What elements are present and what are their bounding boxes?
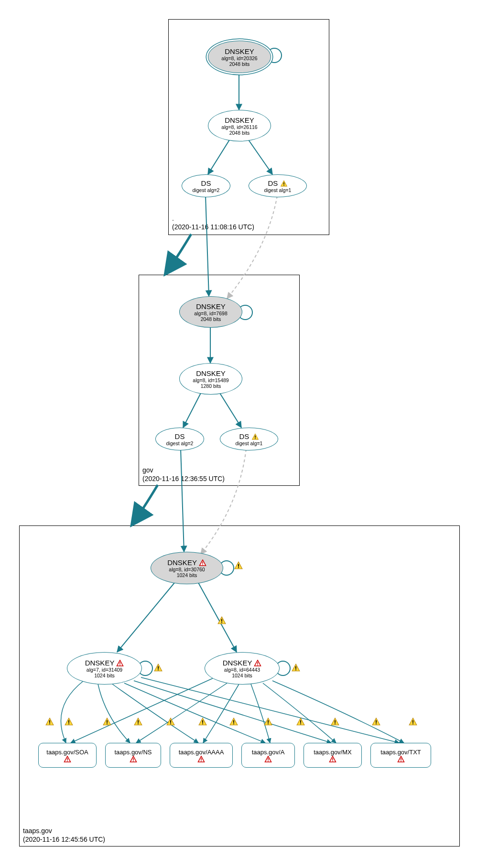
warning-icon — [65, 718, 73, 725]
node-sub2: 1280 bits — [201, 383, 221, 389]
node-gov-zsk: DNSKEY alg=8, id=15489 1280 bits — [179, 363, 242, 395]
error-icon — [197, 756, 205, 762]
warning-icon — [409, 718, 417, 725]
node-taaps-ksk: DNSKEY alg=8, id=30760 1024 bits — [151, 552, 223, 584]
error-icon — [130, 756, 137, 762]
node-root-ds2: DS digest alg=2 — [182, 174, 230, 197]
zone-taaps-name: taaps.gov — [23, 827, 52, 835]
error-icon — [64, 756, 71, 762]
node-sub2: 2048 bits — [201, 316, 221, 322]
rr-label: taaps.gov/NS — [114, 749, 152, 756]
rr-txt: taaps.gov/TXT — [370, 743, 431, 768]
node-gov-ksk: DNSKEY alg=8, id=7698 2048 bits — [179, 296, 242, 328]
node-title: DS — [201, 179, 211, 187]
rr-soa: taaps.gov/SOA — [38, 743, 97, 768]
warning-icon — [217, 616, 226, 624]
node-root-ksk: DNSKEY alg=8, id=20326 2048 bits — [208, 41, 271, 73]
error-icon — [329, 756, 336, 762]
node-sub: alg=8, id=26116 — [221, 124, 257, 130]
warning-icon — [229, 718, 238, 725]
node-sub: alg=8, id=7698 — [194, 311, 227, 316]
node-title: DNSKEY — [225, 116, 254, 124]
node-title: DS — [268, 179, 287, 187]
warning-icon — [292, 664, 300, 671]
rr-label: taaps.gov/SOA — [46, 749, 88, 756]
rr-aaaa: taaps.gov/AAAA — [170, 743, 233, 768]
node-taaps-zsk2: DNSKEY alg=8, id=64443 1024 bits — [205, 652, 280, 685]
node-sub: digest alg=2 — [166, 440, 194, 446]
node-sub2: 2048 bits — [229, 130, 250, 136]
node-title: DS — [175, 432, 185, 440]
zone-root-label: . (2020-11-16 11:08:16 UTC) — [172, 214, 254, 231]
node-sub2: 1024 bits — [94, 673, 115, 678]
node-gov-ds2: DS digest alg=2 — [155, 428, 204, 450]
zone-taaps-ts: (2020-11-16 12:45:56 UTC) — [23, 836, 105, 843]
node-sub2: 2048 bits — [229, 61, 250, 67]
warning-icon — [234, 561, 243, 569]
node-sub: alg=7, id=31409 — [87, 667, 122, 673]
warning-icon — [296, 718, 305, 725]
warning-icon — [134, 718, 142, 725]
node-sub: alg=8, id=30760 — [169, 567, 205, 572]
node-sub: digest alg=1 — [264, 187, 292, 193]
zone-gov-ts: (2020-11-16 12:36:55 UTC) — [142, 475, 225, 482]
node-sub: alg=8, id=15489 — [193, 377, 228, 383]
warning-icon — [154, 664, 163, 671]
rr-label: taaps.gov/TXT — [380, 749, 421, 756]
zone-taaps — [19, 525, 460, 847]
warning-icon — [45, 718, 54, 725]
warning-icon — [166, 718, 175, 725]
node-sub2: 1024 bits — [232, 673, 252, 678]
zone-root-name: . — [172, 214, 174, 222]
node-root-zsk: DNSKEY alg=8, id=26116 2048 bits — [208, 110, 271, 141]
error-icon — [397, 756, 405, 762]
zone-root-ts: (2020-11-16 11:08:16 UTC) — [172, 223, 254, 231]
rr-mx: taaps.gov/MX — [304, 743, 362, 768]
warning-icon — [103, 718, 111, 725]
zone-gov-name: gov — [142, 466, 153, 474]
warning-icon — [198, 718, 207, 725]
warning-icon — [264, 718, 272, 725]
warning-icon — [372, 718, 380, 725]
error-icon — [116, 660, 124, 666]
rr-a: taaps.gov/A — [241, 743, 295, 768]
rr-label: taaps.gov/AAAA — [179, 749, 224, 756]
node-title: DNSKEY — [196, 302, 226, 311]
error-icon — [254, 660, 261, 666]
node-title: DNSKEY — [225, 47, 254, 55]
node-sub2: 1024 bits — [177, 572, 197, 578]
warning-icon — [251, 433, 259, 440]
rr-ns: taaps.gov/NS — [105, 743, 161, 768]
node-title: DNSKEY — [85, 659, 124, 667]
zone-taaps-label: taaps.gov (2020-11-16 12:45:56 UTC) — [23, 826, 105, 844]
node-root-ds1: DS digest alg=1 — [249, 174, 307, 197]
error-icon — [199, 559, 206, 566]
node-title: DNSKEY — [196, 369, 226, 377]
node-sub: digest alg=2 — [193, 187, 220, 193]
node-sub: digest alg=1 — [236, 440, 263, 446]
warning-icon — [331, 718, 339, 725]
error-icon — [264, 756, 272, 762]
rr-label: taaps.gov/A — [252, 749, 285, 756]
rr-label: taaps.gov/MX — [314, 749, 352, 756]
node-gov-ds1: DS digest alg=1 — [220, 428, 278, 450]
warning-icon — [280, 180, 288, 187]
node-sub: alg=8, id=20326 — [221, 55, 257, 61]
zone-gov-label: gov (2020-11-16 12:36:55 UTC) — [142, 466, 225, 483]
node-title: DS — [239, 432, 259, 440]
node-title: DNSKEY — [223, 659, 262, 667]
node-taaps-zsk1: DNSKEY alg=7, id=31409 1024 bits — [67, 652, 142, 685]
node-title: DNSKEY — [167, 558, 206, 567]
node-sub: alg=8, id=64443 — [224, 667, 260, 673]
